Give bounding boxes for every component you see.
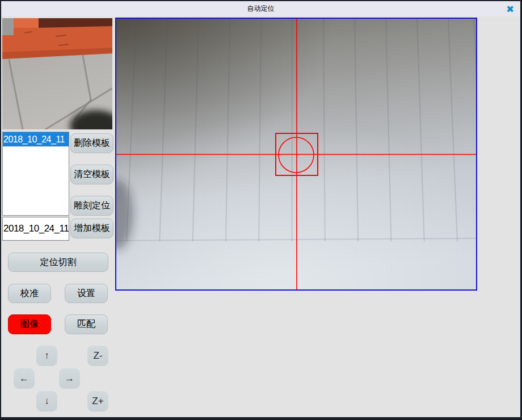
jog-z-plus-button[interactable]: Z+ [87,391,108,411]
titlebar: 自动定位 [1,1,520,16]
template-name-field[interactable] [2,217,69,241]
template-list-item[interactable]: 2018_10_24_11 [3,132,69,146]
match-button[interactable]: 匹配 [65,314,108,334]
camera-feed [116,19,476,289]
add-template-button[interactable]: 增加模板 [70,219,113,238]
jog-up-button[interactable]: ↑ [36,346,57,366]
delete-template-button[interactable]: 删除模板 [70,133,113,153]
clear-templates-button[interactable]: 清空模板 [70,165,113,184]
template-list[interactable]: 2018_10_24_11 [2,132,69,216]
jog-left-button[interactable]: ← [14,368,35,389]
image-button-active[interactable]: 图像 [8,314,51,334]
auto-position-window: 自动定位 ✖ [0,0,522,420]
engrave-position-button[interactable]: 雕刻定位 [70,196,113,216]
jog-right-button[interactable]: → [59,368,80,389]
window-title: 自动定位 [247,4,275,14]
close-icon[interactable]: ✖ [503,2,517,15]
jog-z-minus-button[interactable]: Z- [87,346,108,366]
template-preview-image [2,18,112,129]
settings-button[interactable]: 设置 [65,284,108,303]
calibrate-button[interactable]: 校准 [8,284,51,303]
position-cut-button[interactable]: 定位切割 [8,253,108,272]
jog-down-button[interactable]: ↓ [36,391,57,411]
camera-view[interactable] [115,18,477,291]
template-preview-art [2,18,112,129]
